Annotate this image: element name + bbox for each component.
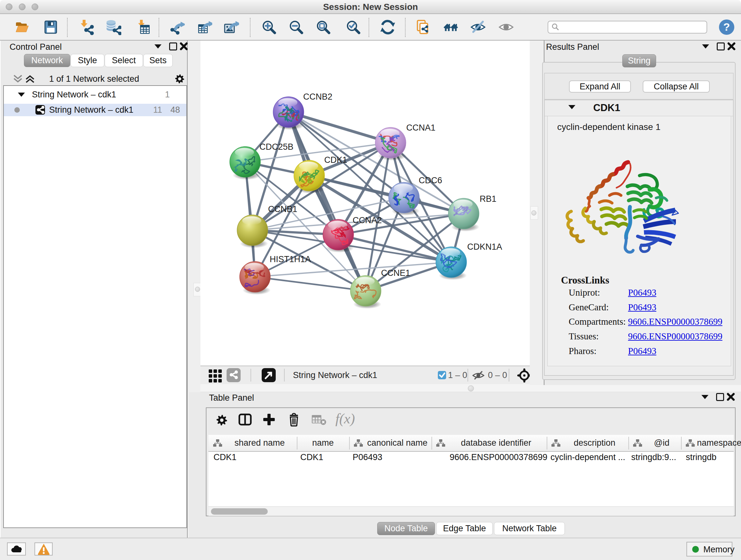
svg-text:CCNA2: CCNA2 <box>353 215 382 225</box>
svg-text:?: ? <box>724 21 730 33</box>
svg-text:CCNE1: CCNE1 <box>381 268 410 278</box>
svg-text:CCNB2: CCNB2 <box>303 92 333 102</box>
svg-text:CDK1: CDK1 <box>324 155 347 165</box>
svg-text:RB1: RB1 <box>480 194 496 204</box>
svg-text:CCNA1: CCNA1 <box>406 123 435 132</box>
svg-text:CDC6: CDC6 <box>419 176 442 185</box>
svg-text:CDC25B: CDC25B <box>259 142 293 152</box>
svg-text:CDKN1A: CDKN1A <box>467 242 502 252</box>
svg-text:HIST1H1A: HIST1H1A <box>270 254 311 264</box>
svg-text:CCNB1: CCNB1 <box>268 204 297 214</box>
